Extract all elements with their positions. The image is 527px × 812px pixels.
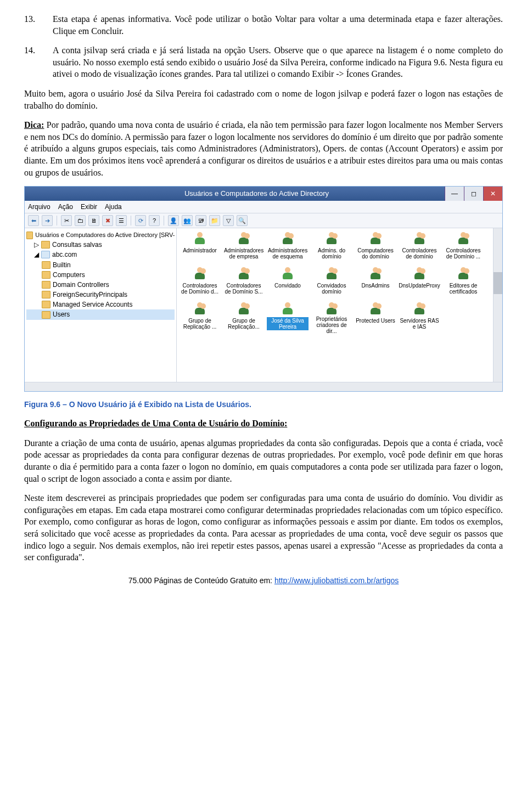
list-item[interactable]: Administradores de esquema: [267, 232, 309, 264]
statusbar: [25, 382, 502, 391]
domain-icon: [41, 251, 50, 258]
back-icon[interactable]: ⬅: [28, 215, 39, 226]
user-icon: [193, 232, 207, 246]
item-text: Esta etapa é apenas informativa. Você po…: [53, 13, 503, 37]
item-label: Proprietários criadores de dir...: [311, 315, 352, 335]
folder-icon: [26, 232, 33, 239]
item-label: DnsUpdateProxy: [397, 282, 441, 289]
item-label: Grupo de Replicação...: [223, 317, 265, 330]
tree-node[interactable]: Builtin: [26, 260, 175, 270]
item-number: 14.: [24, 44, 37, 80]
tree-node-users[interactable]: Users: [26, 309, 175, 319]
menu-item[interactable]: Ação: [58, 202, 73, 211]
close-button[interactable]: ✕: [483, 187, 502, 201]
item-label: Controladores de domínio: [399, 247, 440, 260]
item-label: Admins. do domínio: [311, 247, 352, 260]
help-icon[interactable]: ?: [149, 215, 160, 226]
forward-icon[interactable]: ➔: [42, 215, 53, 226]
tree-node[interactable]: Domain Controllers: [26, 280, 175, 290]
folder-icon: [42, 271, 51, 279]
item-label: Administradores de esquema: [267, 247, 309, 260]
tree-node[interactable]: Computers: [26, 270, 175, 280]
window-title: Usuários e Computadores do Active Direct…: [69, 189, 445, 199]
list-item[interactable]: Editores de certificados: [442, 267, 484, 300]
list-item[interactable]: Controladores de Domínio d...: [179, 267, 221, 300]
list-item[interactable]: Proprietários criadores de dir...: [311, 302, 352, 335]
folder-icon: [42, 301, 51, 308]
cut-icon[interactable]: ✂: [61, 215, 72, 226]
folder-icon: [42, 281, 51, 289]
group-icon[interactable]: 👥: [182, 215, 193, 226]
group-icon: [237, 232, 251, 246]
group-icon: [237, 302, 251, 316]
list-item[interactable]: Convidados domínio: [311, 267, 352, 300]
paragraph: Muito bem, agora o usuário José da Silva…: [24, 88, 503, 111]
menu-item[interactable]: Arquivo: [28, 202, 51, 211]
group-icon: [193, 302, 207, 316]
list-item[interactable]: DnsAdmins: [355, 267, 396, 300]
list-item[interactable]: Grupo de Replicação ...: [179, 302, 221, 335]
item-label: Administrador: [182, 247, 218, 254]
menu-item[interactable]: Ajuda: [105, 202, 122, 211]
list-item[interactable]: Controladores de Domínio S...: [223, 267, 265, 300]
properties-icon[interactable]: 🗎: [88, 215, 99, 226]
item-label: Controladores de Domínio d...: [179, 282, 221, 295]
item-label: Editores de certificados: [442, 282, 484, 295]
tree-node[interactable]: ForeignSecurityPrincipals: [26, 290, 175, 300]
item-label: Controladores de Domínio S...: [223, 282, 265, 295]
list-item[interactable]: Protected Users: [355, 302, 396, 335]
folder-icon: [41, 241, 50, 249]
item-label: Computadores do domínio: [355, 247, 396, 260]
content-panel: AdministradorAdministradores de empresaA…: [177, 228, 502, 382]
item-label: Convidado: [273, 282, 302, 289]
group-icon: [281, 232, 295, 246]
group-icon: [368, 302, 383, 316]
tip-text: Por padrão, quando uma nova conta de usu…: [24, 120, 503, 177]
item-label: José da Silva Pereira: [267, 317, 309, 330]
tree-root[interactable]: Usuários e Computadores do Active Direct…: [26, 230, 175, 240]
list-item[interactable]: Servidores RAS e IAS: [399, 302, 440, 335]
list-item[interactable]: José da Silva Pereira: [267, 302, 309, 335]
item-label: Grupo de Replicação ...: [179, 317, 221, 330]
item-label: DnsAdmins: [360, 282, 390, 289]
folder-icon[interactable]: 🗀: [75, 215, 86, 226]
group-icon: [456, 232, 470, 246]
group-icon: [324, 302, 339, 314]
maximize-button[interactable]: ◻: [464, 187, 483, 201]
refresh-icon[interactable]: ⟳: [135, 215, 146, 226]
user-icon: [281, 302, 295, 316]
item-label: Controladores de Domínio ...: [442, 247, 484, 260]
footer-link[interactable]: http://www.juliobattisti.com.br/artigos: [274, 576, 399, 585]
group-icon: [368, 267, 383, 281]
group-icon: [412, 232, 427, 246]
list-item[interactable]: Grupo de Replicação...: [223, 302, 265, 335]
group-icon: [412, 267, 427, 281]
group-icon: [324, 232, 339, 246]
list-item[interactable]: Administradores de empresa: [223, 232, 265, 264]
tree-node[interactable]: ▷Consultas salvas: [26, 240, 175, 250]
folder-icon: [42, 311, 51, 319]
list-item[interactable]: Computadores do domínio: [355, 232, 396, 264]
group-icon: [324, 267, 339, 281]
list-item[interactable]: Administrador: [179, 232, 221, 264]
list-item[interactable]: Convidado: [267, 267, 309, 300]
delete-icon[interactable]: ✖: [102, 215, 113, 226]
list-item[interactable]: DnsUpdateProxy: [399, 267, 440, 300]
toolbar: ⬅ ➔ ✂ 🗀 🗎 ✖ ☰ ⟳ ? 👤 👥 🖳 📁 ▽ 🔍: [25, 213, 502, 228]
list-icon[interactable]: ☰: [116, 215, 127, 226]
computer-icon[interactable]: 🖳: [195, 215, 206, 226]
tree-node[interactable]: ◢abc.com: [26, 250, 175, 260]
tree-node[interactable]: Managed Service Accounts: [26, 300, 175, 309]
list-item[interactable]: Controladores de domínio: [399, 232, 440, 264]
menu-item[interactable]: Exibir: [81, 202, 97, 211]
list-item[interactable]: Admins. do domínio: [311, 232, 352, 264]
find-icon[interactable]: 🔍: [237, 215, 248, 226]
ou-icon[interactable]: 📁: [209, 215, 220, 226]
folder-icon: [42, 261, 51, 269]
minimize-button[interactable]: —: [445, 187, 464, 201]
paragraph-tip: Dica: Por padrão, quando uma nova conta …: [24, 119, 503, 178]
filter-icon[interactable]: ▽: [223, 215, 234, 226]
scrollbar[interactable]: [493, 228, 502, 382]
user-icon[interactable]: 👤: [168, 215, 179, 226]
list-item[interactable]: Controladores de Domínio ...: [442, 232, 484, 264]
